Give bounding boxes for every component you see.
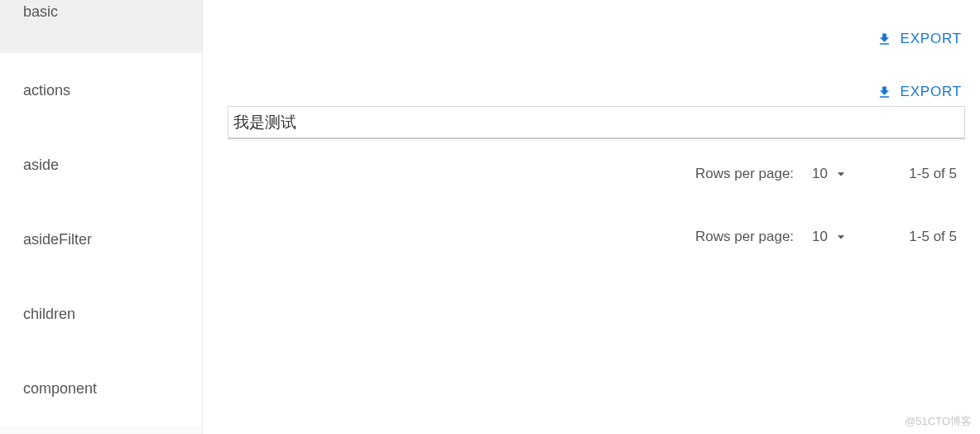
pagination-range: 1-5 of 5 <box>891 166 957 182</box>
pagination-2: Rows per page: 10 1-5 of 5 <box>203 229 980 245</box>
toolbar-2: EXPORT <box>203 48 980 96</box>
watermark: @51CTO博客 <box>905 414 972 429</box>
main-content: EXPORT EXPORT 我是测试 Rows per page: 10 1-5… <box>203 0 980 434</box>
text-input-value: 我是测试 <box>233 112 296 133</box>
sidebar: basic actions aside asideFilter children… <box>0 0 203 434</box>
sidebar-item-children[interactable]: children <box>0 277 202 351</box>
download-icon <box>877 84 892 100</box>
dropdown-icon <box>833 166 849 182</box>
sidebar-item-asidefilter[interactable]: asideFilter <box>0 202 202 277</box>
sidebar-item-label: aside <box>23 157 59 174</box>
export-button[interactable]: EXPORT <box>877 31 962 47</box>
rows-per-page-label: Rows per page: <box>695 166 794 182</box>
sidebar-item-label: asideFilter <box>23 231 92 248</box>
rows-per-page-select[interactable]: 10 <box>812 229 849 245</box>
pagination-1: Rows per page: 10 1-5 of 5 <box>203 166 980 182</box>
rows-per-page-select[interactable]: 10 <box>812 166 849 182</box>
sidebar-item-label: basic <box>23 3 58 21</box>
sidebar-item-aside[interactable]: aside <box>0 128 202 202</box>
sidebar-item-actions[interactable]: actions <box>0 53 202 128</box>
rows-per-page-label: Rows per page: <box>695 229 794 245</box>
export-label: EXPORT <box>901 84 962 100</box>
rows-per-page-value: 10 <box>812 229 828 245</box>
download-icon <box>877 31 892 47</box>
pagination-range: 1-5 of 5 <box>891 229 957 245</box>
sidebar-item-basic[interactable]: basic <box>0 0 202 53</box>
rows-per-page-value: 10 <box>812 166 828 182</box>
sidebar-item-label: actions <box>23 82 70 99</box>
sidebar-item-label: component <box>23 380 97 398</box>
dropdown-icon <box>833 229 849 245</box>
sidebar-item-component[interactable]: component <box>0 351 202 426</box>
text-input-row[interactable]: 我是测试 <box>228 106 965 139</box>
sidebar-item-label: children <box>23 306 75 323</box>
export-label: EXPORT <box>901 31 962 47</box>
export-button[interactable]: EXPORT <box>877 84 962 100</box>
toolbar-1: EXPORT <box>203 0 980 48</box>
